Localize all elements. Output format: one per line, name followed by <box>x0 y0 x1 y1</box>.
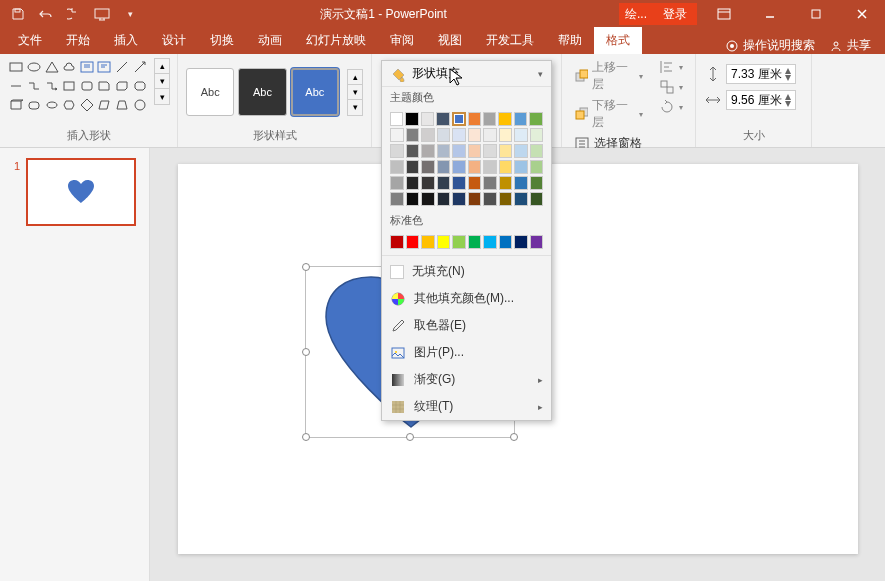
theme-color-swatch[interactable] <box>468 160 482 174</box>
theme-color-swatch[interactable] <box>421 192 435 206</box>
theme-color-swatch[interactable] <box>468 128 482 142</box>
theme-color-swatch[interactable] <box>406 176 420 190</box>
theme-color-swatch[interactable] <box>498 112 511 126</box>
theme-color-swatch[interactable] <box>514 176 528 190</box>
theme-color-swatch[interactable] <box>499 192 513 206</box>
theme-color-swatch[interactable] <box>452 176 466 190</box>
maximize-icon[interactable] <box>793 0 839 28</box>
theme-color-swatch[interactable] <box>421 112 434 126</box>
shape-connector-icon[interactable] <box>26 77 43 94</box>
standard-color-swatch[interactable] <box>499 235 513 249</box>
theme-color-swatch[interactable] <box>437 192 451 206</box>
theme-color-swatch[interactable] <box>514 128 528 142</box>
theme-color-swatch[interactable] <box>499 128 513 142</box>
theme-color-swatch[interactable] <box>437 144 451 158</box>
minimize-icon[interactable] <box>747 0 793 28</box>
theme-color-swatch[interactable] <box>530 160 544 174</box>
resize-handle-br[interactable] <box>510 433 518 441</box>
theme-color-swatch[interactable] <box>406 144 420 158</box>
shape-textbox2-icon[interactable] <box>96 58 113 75</box>
theme-color-swatch[interactable] <box>530 144 544 158</box>
theme-color-swatch[interactable] <box>437 176 451 190</box>
send-backward-button[interactable]: 下移一层▾ <box>570 96 647 132</box>
theme-color-swatch[interactable] <box>530 192 544 206</box>
resize-handle-l[interactable] <box>302 348 310 356</box>
standard-color-swatch[interactable] <box>406 235 420 249</box>
theme-color-swatch[interactable] <box>406 128 420 142</box>
standard-color-swatch[interactable] <box>468 235 482 249</box>
shape-rect-icon[interactable] <box>8 58 25 75</box>
theme-color-swatch[interactable] <box>499 176 513 190</box>
shape-connector2-icon[interactable] <box>43 77 60 94</box>
theme-color-swatch[interactable] <box>483 112 496 126</box>
tab-help[interactable]: 帮助 <box>546 27 594 54</box>
gallery-more-icon[interactable]: ▾ <box>155 89 169 104</box>
width-input[interactable]: 9.56 厘米▴▾ <box>726 90 796 110</box>
theme-color-swatch[interactable] <box>499 160 513 174</box>
style-preset-2[interactable]: Abc <box>238 68 286 116</box>
shape-textbox-icon[interactable] <box>79 58 96 75</box>
theme-color-swatch[interactable] <box>452 160 466 174</box>
texture-item[interactable]: 纹理(T)▸ <box>382 393 551 420</box>
shape-s3-icon[interactable] <box>43 96 60 113</box>
theme-color-swatch[interactable] <box>421 176 435 190</box>
tab-design[interactable]: 设计 <box>150 27 198 54</box>
theme-color-swatch[interactable] <box>437 160 451 174</box>
theme-color-swatch[interactable] <box>421 144 435 158</box>
shape-fill-header[interactable]: 形状填充 ▾ <box>382 61 551 87</box>
theme-color-swatch[interactable] <box>468 176 482 190</box>
shape-para-icon[interactable] <box>96 96 113 113</box>
theme-color-swatch[interactable] <box>406 192 420 206</box>
theme-color-swatch[interactable] <box>390 176 404 190</box>
theme-color-swatch[interactable] <box>483 176 497 190</box>
bring-forward-button[interactable]: 上移一层▾ <box>570 58 647 94</box>
standard-color-swatch[interactable] <box>437 235 451 249</box>
resize-handle-b[interactable] <box>406 433 414 441</box>
ribbon-options-icon[interactable] <box>701 0 747 28</box>
theme-color-swatch[interactable] <box>406 160 420 174</box>
shape-rect2-icon[interactable] <box>61 77 78 94</box>
tab-insert[interactable]: 插入 <box>102 27 150 54</box>
theme-color-swatch[interactable] <box>529 112 542 126</box>
shape-diamond-icon[interactable] <box>79 96 96 113</box>
tab-transitions[interactable]: 切换 <box>198 27 246 54</box>
theme-color-swatch[interactable] <box>405 112 418 126</box>
tell-me[interactable]: 操作说明搜索 <box>725 37 815 54</box>
shape-hex-icon[interactable] <box>61 96 78 113</box>
tab-animations[interactable]: 动画 <box>246 27 294 54</box>
styles-more-icon[interactable]: ▾ <box>348 100 362 115</box>
theme-color-swatch[interactable] <box>437 128 451 142</box>
share-button[interactable]: 共享 <box>829 37 871 54</box>
gallery-down-icon[interactable]: ▾ <box>155 74 169 89</box>
theme-color-swatch[interactable] <box>390 144 404 158</box>
shape-roundrect-icon[interactable] <box>79 77 96 94</box>
undo-icon[interactable] <box>36 4 56 24</box>
standard-color-swatch[interactable] <box>530 235 544 249</box>
theme-color-swatch[interactable] <box>421 160 435 174</box>
theme-color-swatch[interactable] <box>514 144 528 158</box>
theme-color-swatch[interactable] <box>483 128 497 142</box>
standard-color-swatch[interactable] <box>390 235 404 249</box>
height-input[interactable]: 7.33 厘米▴▾ <box>726 64 796 84</box>
theme-color-swatch[interactable] <box>499 144 513 158</box>
shapes-gallery[interactable] <box>8 58 148 113</box>
shape-oval-icon[interactable] <box>26 58 43 75</box>
save-icon[interactable] <box>8 4 28 24</box>
theme-color-swatch[interactable] <box>468 192 482 206</box>
shape-trap-icon[interactable] <box>114 96 131 113</box>
shape-s2-icon[interactable] <box>26 96 43 113</box>
standard-color-swatch[interactable] <box>514 235 528 249</box>
redo-icon[interactable] <box>64 4 84 24</box>
standard-color-swatch[interactable] <box>452 235 466 249</box>
picture-item[interactable]: 图片(P)... <box>382 339 551 366</box>
theme-color-swatch[interactable] <box>530 176 544 190</box>
shape-sniprect-icon[interactable] <box>96 77 113 94</box>
no-fill-item[interactable]: 无填充(N) <box>382 258 551 285</box>
login-button[interactable]: 登录 <box>653 3 697 25</box>
theme-color-swatch[interactable] <box>514 192 528 206</box>
theme-color-swatch[interactable] <box>390 128 404 142</box>
eyedropper-item[interactable]: 取色器(E) <box>382 312 551 339</box>
theme-color-swatch[interactable] <box>530 128 544 142</box>
slide-thumbnail-1[interactable]: 1 <box>26 158 136 226</box>
qat-dropdown-icon[interactable]: ▾ <box>120 4 140 24</box>
